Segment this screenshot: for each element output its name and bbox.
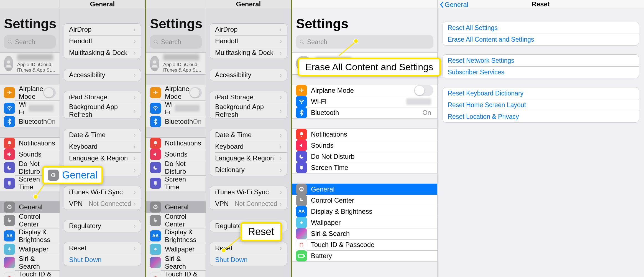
sidebar-general[interactable]: ⚙︎General <box>292 184 437 195</box>
general-multitasking[interactable]: Multitasking & Dock› <box>64 47 141 59</box>
general-airdrop[interactable]: AirDrop› <box>210 24 287 35</box>
general-language[interactable]: Language & Region› <box>64 152 141 164</box>
sidebar-notifications[interactable]: Notifications <box>0 138 60 149</box>
airplane-toggle[interactable] <box>43 87 56 98</box>
general-reset[interactable]: Reset› <box>210 242 287 254</box>
sidebar-bluetooth[interactable]: BluetoothOn <box>0 116 60 127</box>
apple-id-row[interactable]: Apple ID, iCloud, iTunes & App St… <box>0 52 60 75</box>
sidebar-sounds[interactable]: Sounds <box>292 140 437 151</box>
sidebar-controlcenter[interactable]: Control Center <box>146 213 206 228</box>
sounds-icon <box>4 149 15 160</box>
svg-point-5 <box>8 218 9 219</box>
sidebar-notifications[interactable]: Notifications <box>292 129 437 140</box>
sidebar-sounds[interactable]: Sounds <box>146 149 206 160</box>
general-itunessync[interactable]: iTunes Wi-Fi Sync› <box>64 186 141 198</box>
sidebar-sounds[interactable]: Sounds <box>0 149 60 160</box>
sidebar-controlcenter[interactable]: Control Center <box>0 213 60 228</box>
sidebar-wifi[interactable]: Wi-Fi <box>292 96 437 107</box>
sidebar-battery[interactable]: Battery <box>292 250 437 261</box>
callout-dot <box>34 195 37 199</box>
general-datetime[interactable]: Date & Time› <box>210 129 287 141</box>
svg-point-23 <box>155 221 156 222</box>
sidebar-touchid[interactable]: Touch ID & Passcode <box>0 270 60 277</box>
reset-subscriber[interactable]: Subscriber Services <box>443 66 639 78</box>
settings-title: Settings <box>0 8 60 35</box>
svg-point-21 <box>156 220 157 221</box>
sidebar-siri[interactable]: Siri & Search <box>0 255 60 270</box>
search-input[interactable]: Search <box>4 35 56 49</box>
general-bgrefresh[interactable]: Background App Refresh› <box>64 103 141 119</box>
search-input[interactable]: Search <box>150 35 202 49</box>
general-datetime[interactable]: Date & Time› <box>64 129 141 141</box>
sidebar-screentime[interactable]: Screen Time <box>146 175 206 191</box>
sidebar-general[interactable]: ⚙︎General <box>0 202 60 213</box>
search-input[interactable]: Search <box>296 35 433 49</box>
sidebar-touchid[interactable]: Touch ID & Passcode <box>292 239 437 250</box>
general-ipadstorage[interactable]: iPad Storage› <box>210 91 287 103</box>
apple-id-row[interactable]: Apple ID, iCloud, iTunes & App St… <box>146 52 206 75</box>
general-ipadstorage[interactable]: iPad Storage› <box>64 91 141 103</box>
sidebar-airplane[interactable]: ✈︎Airplane Mode <box>0 85 60 100</box>
sidebar-dnd[interactable]: Do Not Disturb <box>292 151 437 162</box>
sidebar-display[interactable]: AADisplay & Brightness <box>292 206 437 217</box>
sidebar-bluetooth[interactable]: BluetoothOn <box>146 116 206 127</box>
reset-all-settings[interactable]: Reset All Settings <box>443 22 639 34</box>
back-button[interactable]: General <box>439 1 468 8</box>
sidebar-notifications[interactable]: Notifications <box>146 138 206 149</box>
reset-location-privacy[interactable]: Reset Location & Privacy <box>443 111 639 122</box>
svg-rect-36 <box>298 254 303 257</box>
sidebar-siri[interactable]: Siri & Search <box>292 228 437 239</box>
general-reset[interactable]: Reset› <box>64 242 141 254</box>
general-regulatory[interactable]: Regulatory› <box>64 220 141 232</box>
general-keyboard[interactable]: Keyboard› <box>210 141 287 152</box>
svg-line-28 <box>303 43 304 44</box>
general-handoff[interactable]: Handoff› <box>64 35 141 47</box>
sidebar-display[interactable]: AADisplay & Brightness <box>0 228 60 244</box>
sidebar-siri[interactable]: Siri & Search <box>146 255 206 270</box>
callout-dot <box>354 39 358 43</box>
sidebar-bluetooth[interactable]: BluetoothOn <box>292 107 437 118</box>
general-multitasking[interactable]: Multitasking & Dock› <box>210 47 287 59</box>
svg-line-1 <box>11 43 12 44</box>
general-handoff[interactable]: Handoff› <box>210 35 287 47</box>
sidebar-airplane[interactable]: ✈︎Airplane Mode <box>146 85 206 100</box>
sidebar-wifi[interactable]: Wi-Fi <box>0 100 60 116</box>
general-airdrop[interactable]: AirDrop› <box>64 24 141 35</box>
reset-network[interactable]: Reset Network Settings <box>443 55 639 66</box>
sidebar-display[interactable]: AADisplay & Brightness <box>146 228 206 244</box>
sidebar-wallpaper[interactable]: Wallpaper <box>146 244 206 255</box>
sidebar-airplane[interactable]: ✈︎Airplane Mode <box>292 85 437 96</box>
svg-point-17 <box>155 109 156 110</box>
general-vpn[interactable]: VPNNot Connected› <box>210 198 287 210</box>
sidebar-general[interactable]: ⚙︎General <box>146 202 206 213</box>
general-shutdown[interactable]: Shut Down <box>64 254 141 266</box>
general-shutdown[interactable]: Shut Down <box>210 254 287 266</box>
sidebar-wallpaper[interactable]: Wallpaper <box>0 244 60 255</box>
sidebar-controlcenter[interactable]: Control Center <box>292 195 437 206</box>
sidebar-touchid[interactable]: Touch ID & Passcode <box>146 270 206 277</box>
detail-title: General <box>206 0 291 8</box>
general-accessibility[interactable]: Accessibility› <box>64 69 141 81</box>
general-dictionary[interactable]: Dictionary› <box>210 164 287 176</box>
svg-rect-37 <box>304 255 305 257</box>
reset-keyboard-dict[interactable]: Reset Keyboard Dictionary <box>443 87 639 99</box>
settings-title: Settings <box>292 8 437 35</box>
dnd-icon <box>4 162 15 173</box>
reset-erase-all[interactable]: Erase All Content and Settings <box>443 34 639 45</box>
callout-dot <box>222 248 226 252</box>
general-language[interactable]: Language & Region› <box>210 152 287 164</box>
sidebar-dnd[interactable]: Do Not Disturb <box>146 160 206 175</box>
general-keyboard[interactable]: Keyboard› <box>64 141 141 152</box>
general-itunessync[interactable]: iTunes Wi-Fi Sync› <box>210 186 287 198</box>
search-icon <box>7 39 13 45</box>
general-accessibility[interactable]: Accessibility› <box>210 69 287 81</box>
sidebar-wifi[interactable]: Wi-Fi <box>146 100 206 116</box>
reset-home-layout[interactable]: Reset Home Screen Layout <box>443 99 639 111</box>
general-bgrefresh[interactable]: Background App Refresh› <box>210 103 287 119</box>
search-icon <box>299 39 305 45</box>
general-vpn[interactable]: VPNNot Connected› <box>64 198 141 210</box>
sidebar-screentime[interactable]: Screen Time <box>292 162 437 173</box>
notifications-icon <box>4 138 15 149</box>
callout-erase: Erase All Content and Settings <box>298 58 441 76</box>
sidebar-wallpaper[interactable]: Wallpaper <box>292 217 437 228</box>
